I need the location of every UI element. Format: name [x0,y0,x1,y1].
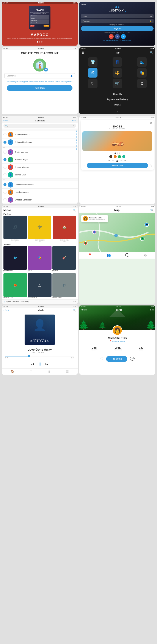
contact-brandon-hayes[interactable]: ✓ 👤 Brandon Hayes [2,156,78,164]
album-name-4: STONE COLD FOX [3,297,27,298]
back-button[interactable]: ‹ Back [81,4,154,6]
contact-bridjet-morrison[interactable]: 👤 Bridjet Morrison [2,148,78,156]
check-empty-4[interactable] [3,173,6,176]
map-location-icon[interactable]: 📍 [88,253,92,257]
hamburger-icon[interactable]: ☰ [82,51,84,54]
color-brown[interactable] [109,155,112,158]
map-people-icon[interactable]: 👥 [107,253,111,257]
check-empty[interactable] [3,133,6,136]
nav-home-icon[interactable]: 🏠 [10,370,14,373]
playlist-martin-bellomo[interactable]: 🎼 MARTIN BELLOMO Music [28,216,51,242]
size-38-active[interactable]: 38 [117,160,118,162]
wishlist-icon[interactable]: ♡ [82,163,85,168]
size-40[interactable]: 40 [125,160,126,162]
check-empty-3[interactable] [3,166,6,169]
forgot-password[interactable]: Forgot your Password? [81,24,154,25]
check-filled[interactable]: ✓ [3,141,6,144]
album-stone-cold-fox[interactable]: 🦊 STONE COLD FOX [3,273,27,298]
progress-thumb[interactable] [28,355,30,357]
playlist-matthew[interactable]: 🏠 MATTHEW AND... Temple [53,216,76,242]
contact-caroline-santos[interactable]: 👤 Caroline Santos [2,188,78,196]
stat-likes: 937 LIKES [139,346,144,350]
profile-back-button[interactable]: ‹ Back [81,309,87,311]
following-button[interactable]: Following [106,356,128,362]
color-teal[interactable] [122,155,125,158]
color-orange[interactable] [114,155,117,158]
menu-icon-hat[interactable]: 🎭 [137,68,147,78]
premium-dot [125,11,126,12]
contact-christian-schneider[interactable]: 👤 Christian Schneider [2,196,78,204]
contact-anthony-peterson[interactable]: 👤 Anthony Peterson [2,131,78,138]
size-37[interactable]: 37 [112,160,114,162]
play-pause-icon[interactable]: ⏸ [37,362,42,366]
playlist-roger-goula[interactable]: 🎵 ROGER GOULA — [3,216,27,242]
size-36[interactable]: 36 [108,160,110,162]
close-icon[interactable]: ✕ [82,122,152,125]
color-green[interactable] [118,155,121,158]
password-input[interactable]: Password 🔒 [81,19,154,23]
check-filled-2[interactable]: ✓ [3,158,6,161]
star-icon[interactable]: ☆ [149,163,152,168]
contact-belinda-clark[interactable]: 👤 Belinda Clark [2,171,78,179]
nav-heart-icon[interactable]: ♡ [29,370,32,373]
music-search-icon[interactable]: 🔍 [73,209,76,212]
chevron-up-icon[interactable]: ∧ [79,109,155,114]
skip-back-icon[interactable]: ⏮ [31,362,34,366]
size-39[interactable]: 39 [120,160,122,162]
menu-icon-pants[interactable]: 👖 [113,57,122,67]
player-back-button[interactable]: ‹ Back [3,309,9,311]
map-search-icon[interactable]: 🔍 [150,209,154,212]
contact-brianna-wheeler[interactable]: 👤 Brianna Wheeler [2,164,78,171]
menu-icon-shoes[interactable]: 👟 [137,57,147,67]
search-icon[interactable]: 🔍 [150,51,153,54]
album-blackbird-sing[interactable]: 🐦 BLACKBIRD SING Piano [3,246,27,272]
check-empty-5[interactable] [3,191,6,194]
now-playing-bar[interactable]: ⏸ Spada, Elen Levon - Cool Enoug... 3:15 [2,300,78,304]
menu-icon-watch[interactable]: ⏱ [88,68,98,78]
pause-icon[interactable]: ⏸ [3,300,5,303]
profile-message-icon[interactable]: 💬 [130,357,135,362]
map-hamburger-icon[interactable]: ☰ [81,209,83,212]
menu-about[interactable]: About Us [83,92,152,97]
contact-anthony-henderson[interactable]: ✓ 👤 Anthony Henderson [2,138,78,146]
check-empty-2[interactable] [3,150,6,154]
profile-heart-icon[interactable]: ♡ [100,357,104,362]
menu-icon-pattern[interactable]: 🔱 [113,68,122,78]
twitter-signin[interactable]: t [121,34,126,39]
add-photo-button[interactable]: + [44,68,48,72]
google-signin[interactable]: G+ [109,34,114,39]
next-step-button[interactable]: Next Step [7,85,72,91]
check-filled-3[interactable]: ✓ [3,183,6,186]
album-greater-pyren[interactable]: 🎵 GREATER PYREN... [52,273,76,298]
album-decision-space[interactable]: △ DECISION SPACE [28,273,51,298]
progress-track[interactable] [5,356,74,356]
back-button[interactable]: ‹ Back [3,120,8,122]
skip-forward-icon[interactable]: ⏭ [45,362,49,366]
product-subtitle: CAMPER / DAMAS [82,128,152,130]
email-input[interactable]: Email ✉ [81,14,154,18]
nav-list-icon[interactable]: ☰ [66,370,69,373]
menu-icon-shirt[interactable]: 👕 [88,57,98,67]
facebook-signin[interactable]: f [115,34,120,39]
check-empty-6[interactable] [3,198,6,201]
menu-icon-cart[interactable]: 🛒 [113,79,122,88]
nav-pause-icon[interactable]: ⏸ [48,370,51,373]
menu-icon-heart[interactable]: ♡ [88,79,98,88]
album-greaver[interactable]: 🎸 GREAVER The Fuse [52,246,76,272]
menu-logout[interactable]: Logout [83,102,152,107]
player-search-icon[interactable]: 🔍 [73,309,76,312]
add-to-cart-button[interactable]: Add To Cart [87,163,148,168]
contact-christopher-patterson[interactable]: ✓ 👤 Christopher Patterson [2,181,78,188]
album-kalulu[interactable]: 🎭 KALULU Music [28,246,51,272]
img-dot-3 [119,152,120,154]
menu-icon-settings[interactable]: ⚙ [137,79,147,88]
map-chat-icon[interactable]: 💬 [125,253,129,257]
menu-payment[interactable]: Payment and Delivery [83,97,152,102]
map-settings-icon[interactable]: ⚙ [144,253,147,257]
profile-edit-button[interactable]: Edit [150,309,154,311]
clear-icon[interactable]: ✕ [72,125,74,127]
search-bar[interactable]: 🔍 ✕ [3,124,76,128]
username-input[interactable]: Username 👤 [4,73,75,78]
signin-button[interactable]: Sign In [81,26,154,31]
add-contact-button[interactable]: Add › [72,120,76,122]
